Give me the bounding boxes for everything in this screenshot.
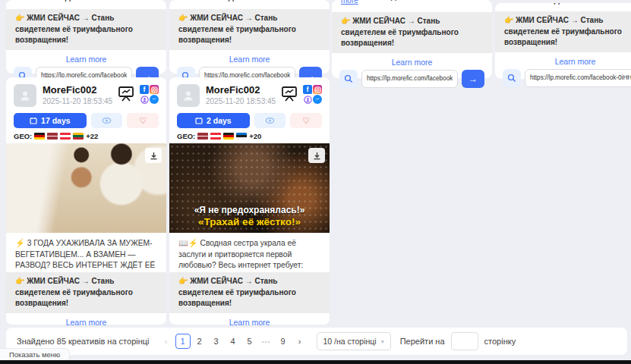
flag-germany-icon	[223, 133, 234, 140]
flag-latvia-icon	[197, 133, 208, 140]
facebook-icon[interactable]: f	[140, 85, 149, 94]
landing-url-row	[495, 69, 631, 87]
eye-icon	[265, 117, 275, 124]
active-days-badge[interactable]: 2 days	[177, 113, 250, 128]
audience-network-icon[interactable]	[303, 95, 312, 104]
instagram-icon[interactable]	[150, 85, 159, 94]
download-image-button[interactable]	[145, 148, 162, 163]
page-button-2[interactable]: 2	[192, 334, 207, 349]
geo-row: GEO: +22	[6, 128, 166, 143]
analytics-board-icon[interactable]	[117, 85, 135, 107]
creative-card-top-4: ИНТЕРНЕТ ЖДЁТ ЕЁ СМЕР... 👉 ЖМИ СЕЙЧАС → …	[495, 3, 631, 79]
landing-url-input[interactable]	[361, 70, 458, 88]
active-days-badge[interactable]: 17 days	[14, 113, 87, 128]
advertiser-name: MoreFic002	[206, 84, 280, 96]
flag-lithuania-icon	[73, 133, 84, 140]
ad-cta-text: 👉 ЖМИ СЕЙЧАС → Стань свидетелем её триум…	[6, 9, 166, 50]
ad-cta-text: 👉 ЖМИ СЕЙЧАС → Стань свидетелем её триум…	[495, 11, 631, 52]
clipped-body-text: ИНТЕРНЕТ ЖДЁТ ЕЁ СМЕР...	[15, 0, 157, 3]
goto-page-suffix: сторінку	[484, 337, 516, 346]
creative-image-wedding[interactable]	[6, 143, 166, 233]
clipped-body-text: ИНТЕРНЕТ ЖДЁТ ЕЁ СМЕР...	[504, 3, 631, 6]
download-icon	[313, 152, 321, 160]
view-button[interactable]	[254, 113, 286, 128]
learn-more-link[interactable]: Learn more	[66, 55, 107, 64]
image-overlay-text: «Я не предохранялась!» «Трахай её жёстко…	[169, 205, 330, 228]
advertiser-identity: MoreFic002 2025-11-20 18:53:45	[43, 84, 117, 107]
geo-label: GEO:	[177, 132, 195, 140]
analytics-board-icon[interactable]	[280, 85, 298, 107]
eye-icon	[102, 117, 112, 124]
creative-card-main-2: MoreFic002 2025-11-20 18:53:45 f 2 days …	[169, 77, 330, 325]
clipped-body-text: ИНТЕРНЕТ ЖДЁТ ЕЁ СМЕР...	[178, 0, 320, 3]
ad-body-text: 📖⚡ Сводная сестра украла её заслуги и пр…	[169, 233, 330, 271]
facebook-icon[interactable]: f	[303, 85, 312, 94]
audience-network-icon[interactable]	[140, 95, 149, 104]
pages-ellipsis[interactable]: •••	[259, 334, 274, 349]
platforms-group: f	[140, 85, 159, 107]
view-button[interactable]	[91, 113, 123, 128]
goto-page-input[interactable]	[451, 332, 478, 350]
messenger-icon[interactable]	[313, 95, 322, 104]
card-header: MoreFic002 2025-11-20 18:53:45 f	[6, 77, 166, 107]
calendar-icon	[30, 117, 37, 124]
creative-card-top-1: ИНТЕРНЕТ ЖДЁТ ЕЁ СМЕР... 👉 ЖМИ СЕЙЧАС → …	[6, 0, 166, 74]
download-icon	[150, 152, 158, 160]
page-button-1[interactable]: 1	[175, 334, 191, 349]
flag-austria-icon	[60, 133, 71, 140]
ad-cta-text: 👉 ЖМИ СЕЙЧАС → Стань свидетелем её триум…	[169, 272, 330, 313]
calendar-icon	[195, 117, 203, 124]
advertiser-identity: MoreFic002 2025-11-20 18:53:45	[206, 84, 280, 107]
geo-more-count: +20	[249, 132, 261, 140]
creative-image-rain-glass[interactable]: «Я не предохранялась!» «Трахай её жёстко…	[169, 143, 330, 233]
avatar	[177, 84, 200, 107]
flag-germany-icon	[34, 133, 45, 140]
next-page-icon[interactable]: ›	[292, 334, 308, 349]
show-menu-button[interactable]: Показать меню	[0, 348, 70, 361]
ad-cta-text: 👉 ЖМИ СЕЙЧАС → Стань свидетелем её триум…	[6, 272, 166, 313]
instagram-icon[interactable]	[313, 85, 322, 94]
page-button-5[interactable]: 5	[242, 334, 257, 349]
overlay-line-1: «Я не предохранялась!»	[169, 205, 330, 215]
clipped-body-text: ИНТЕРНЕТ ЖДЁТ ЕЁ СМЕР... more	[341, 0, 483, 8]
learn-more-link[interactable]: Learn more	[66, 318, 107, 327]
avatar	[14, 84, 36, 107]
creative-card-top-2: ИНТЕРНЕТ ЖДЁТ ЕЁ СМЕР... 👉 ЖМИ СЕЙЧАС → …	[169, 0, 330, 74]
results-count-text: Знайдено 85 креативів на сторінці	[17, 337, 150, 346]
open-url-button[interactable]: →	[462, 70, 484, 88]
geo-row: GEO: +20	[169, 128, 330, 143]
search-icon[interactable]	[503, 69, 521, 87]
ad-cta-text: 👉 ЖМИ СЕЙЧАС → Стань свидетелем её триум…	[169, 9, 330, 50]
learn-more-link[interactable]: Learn more	[392, 58, 433, 67]
overlay-line-2: «Трахай её жёстко!»	[169, 216, 330, 228]
page-button-9[interactable]: 9	[276, 334, 291, 349]
goto-page-label: Перейти на	[400, 337, 445, 346]
ad-body-text: ⚡ 3 ГОДА УХАЖИВАЛА ЗА МУЖЕМ-ВЕГЕТАТИВЦЕМ…	[6, 233, 166, 271]
arrow-right-icon: →	[469, 74, 478, 84]
learn-more-link[interactable]: Learn more	[555, 57, 596, 66]
platforms-group: f	[303, 85, 322, 107]
flag-estonia-icon	[236, 133, 247, 140]
ad-spy-creatives-page: ИНТЕРНЕТ ЖДЁТ ЕЁ СМЕР... 👉 ЖМИ СЕЙЧАС → …	[0, 0, 631, 364]
prev-page-icon[interactable]: ‹	[159, 334, 174, 349]
landing-url-row: →	[332, 70, 492, 88]
heart-icon: ♡	[139, 116, 147, 126]
messenger-icon[interactable]	[150, 95, 159, 104]
creative-datetime: 2025-11-20 18:53:45	[43, 97, 117, 105]
card-actions-row: 17 days ♡	[6, 113, 166, 128]
favorite-button[interactable]: ♡	[127, 113, 159, 128]
page-button-3[interactable]: 3	[209, 334, 224, 349]
page-size-select[interactable]: 10 /на сторінці ▾	[317, 332, 391, 350]
page-size-value: 10 /на сторінці	[323, 337, 377, 346]
page-button-4[interactable]: 4	[226, 334, 241, 349]
creative-card-main-1: MoreFic002 2025-11-20 18:53:45 f 17 days…	[6, 77, 166, 325]
flag-latvia-icon	[47, 133, 58, 140]
favorite-button[interactable]: ♡	[290, 113, 322, 128]
learn-more-link[interactable]: Learn more	[229, 55, 270, 64]
learn-more-link[interactable]: Learn more	[229, 318, 270, 327]
creative-datetime: 2025-11-20 18:53:45	[206, 97, 280, 105]
search-icon[interactable]	[339, 70, 358, 88]
geo-label: GEO:	[14, 132, 32, 140]
download-image-button[interactable]	[308, 148, 325, 163]
landing-url-input[interactable]	[525, 69, 631, 87]
